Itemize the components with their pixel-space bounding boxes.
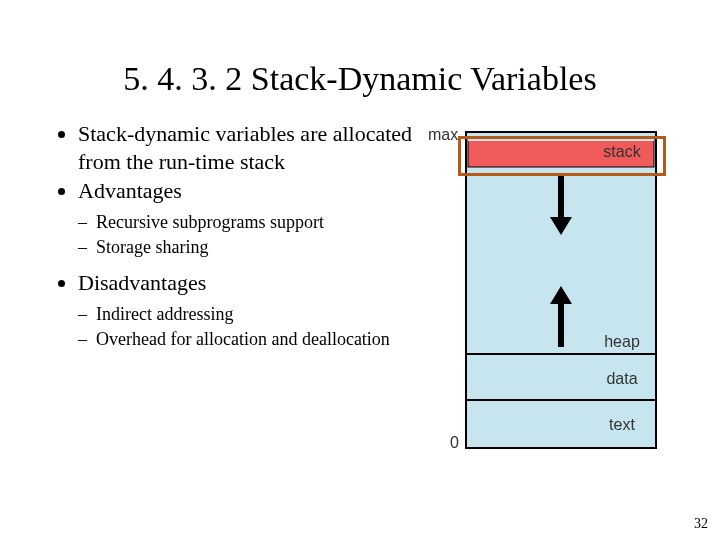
bullet-item: Disadvantages	[78, 269, 414, 297]
bullet-item: Advantages	[78, 177, 414, 205]
bullet-list: Stack-dynamic variables are allocated fr…	[50, 120, 414, 205]
bullet-list: Disadvantages	[50, 269, 414, 297]
max-label: max	[428, 126, 458, 143]
data-label: data	[606, 370, 637, 387]
text-label: text	[609, 416, 635, 433]
page-number: 32	[694, 516, 708, 532]
svg-rect-2	[468, 137, 654, 141]
text-column: Stack-dynamic variables are allocated fr…	[50, 118, 414, 362]
sub-bullet-list: Indirect addressing Overhead for allocat…	[50, 303, 414, 352]
heap-label: heap	[604, 333, 640, 350]
slide: 5. 4. 3. 2 Stack-Dynamic Variables Stack…	[0, 0, 720, 540]
sub-bullet-item: Overhead for allocation and deallocation	[78, 328, 414, 351]
sub-bullet-item: Indirect addressing	[78, 303, 414, 326]
sub-bullet-item: Storage sharing	[78, 236, 414, 259]
bullet-item: Stack-dynamic variables are allocated fr…	[78, 120, 414, 175]
slide-body: Stack-dynamic variables are allocated fr…	[50, 118, 670, 462]
slide-title: 5. 4. 3. 2 Stack-Dynamic Variables	[50, 60, 670, 98]
sub-bullet-item: Recursive subprograms support	[78, 211, 414, 234]
memory-diagram-svg: stack heap data text max 0	[426, 122, 670, 462]
memory-diagram: stack heap data text max 0	[426, 122, 670, 462]
zero-label: 0	[450, 434, 459, 451]
sub-bullet-list: Recursive subprograms support Storage sh…	[50, 211, 414, 260]
stack-label: stack	[603, 143, 641, 160]
